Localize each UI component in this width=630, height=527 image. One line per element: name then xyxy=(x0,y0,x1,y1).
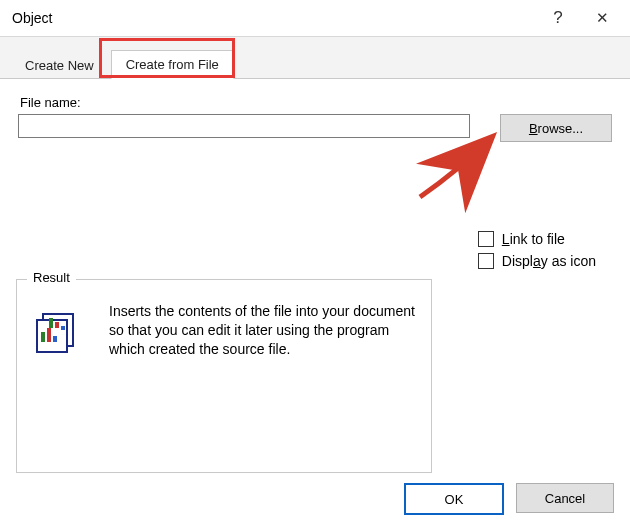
file-name-input[interactable] xyxy=(18,114,470,138)
file-row: Browse... xyxy=(18,114,612,142)
svg-rect-4 xyxy=(53,336,57,342)
file-name-label: File name: xyxy=(20,95,612,110)
browse-rest: rowse... xyxy=(538,121,584,136)
result-legend: Result xyxy=(27,270,76,285)
icon-rest: y as icon xyxy=(541,253,596,269)
cancel-button[interactable]: Cancel xyxy=(516,483,614,513)
ok-button[interactable]: OK xyxy=(404,483,504,515)
close-button[interactable]: ✕ xyxy=(580,3,624,33)
svg-rect-2 xyxy=(41,332,45,342)
svg-rect-5 xyxy=(49,318,53,328)
svg-rect-7 xyxy=(61,326,65,330)
icon-prefix: Displ xyxy=(502,253,533,269)
dialog-buttons: OK Cancel xyxy=(392,483,614,515)
result-description: Inserts the contents of the file into yo… xyxy=(109,302,415,361)
svg-rect-3 xyxy=(47,328,51,342)
tab-create-new[interactable]: Create New xyxy=(10,51,109,79)
result-icon xyxy=(33,306,87,361)
browse-mnemonic: B xyxy=(529,121,538,136)
browse-button[interactable]: Browse... xyxy=(500,114,612,142)
display-as-icon-checkbox[interactable]: Display as icon xyxy=(478,253,596,269)
dialog-content: File name: Browse... Link to file Displa… xyxy=(0,79,630,479)
link-to-file-checkbox[interactable]: Link to file xyxy=(478,231,596,247)
link-rest: ink to file xyxy=(510,231,565,247)
svg-rect-6 xyxy=(55,322,59,328)
checkbox-box xyxy=(478,253,494,269)
dialog-title: Object xyxy=(12,10,536,26)
checkbox-box xyxy=(478,231,494,247)
titlebar: Object ? ✕ xyxy=(0,0,630,37)
result-group: Result Inserts the contents of the file … xyxy=(16,279,432,473)
tab-label: Create from File xyxy=(126,57,219,72)
button-label: OK xyxy=(445,492,464,507)
help-icon: ? xyxy=(553,8,562,28)
help-button[interactable]: ? xyxy=(536,3,580,33)
result-inner: Inserts the contents of the file into yo… xyxy=(17,280,431,371)
button-label: Cancel xyxy=(545,491,585,506)
document-pair-icon xyxy=(33,306,87,358)
tab-strip: Create New Create from File xyxy=(0,37,630,79)
tab-label: Create New xyxy=(25,58,94,73)
options-group: Link to file Display as icon xyxy=(478,231,596,275)
icon-mnemonic: a xyxy=(533,253,541,269)
link-mnemonic: L xyxy=(502,231,510,247)
close-icon: ✕ xyxy=(596,9,609,27)
tab-create-from-file[interactable]: Create from File xyxy=(111,50,234,79)
